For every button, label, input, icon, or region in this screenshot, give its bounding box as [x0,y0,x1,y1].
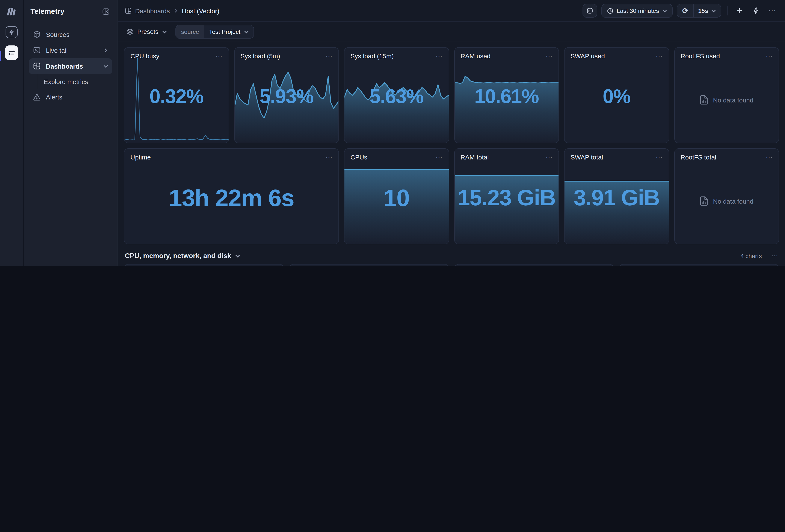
panel-menu-button[interactable]: ⋯ [216,54,222,58]
breadcrumb-dashboards-link[interactable]: Dashboards [125,7,170,15]
stat-card-swap-total: SWAP total⋯ 3.91 GiB [564,148,669,244]
panel-menu-button[interactable]: ⋯ [326,54,332,58]
clock-icon [607,7,613,14]
stat-title: Root FS used [681,52,720,60]
breadcrumb: Dashboards Host (Vector) [125,7,220,15]
stat-title: SWAP total [571,154,603,161]
panel-menu-button[interactable]: ⋯ [656,155,662,159]
toolbar-divider [727,6,728,16]
time-range-dropdown[interactable]: Last 30 minutes [601,4,673,18]
stat-title: Sys load (5m) [240,52,280,60]
chart-panel-network-traffic: Network traffic per second⋯ 0 B50 B100 B… [454,264,614,266]
refresh-button[interactable]: ⟳ [678,4,693,17]
terminal-icon [33,46,41,54]
cube-icon [33,30,41,38]
sidebar-collapse-icon[interactable] [101,7,111,16]
sidebar-item-dashboards[interactable]: Dashboards [29,58,112,74]
sidebar-item-label: Live tail [46,47,68,54]
no-data-state: No data found [675,57,779,143]
dashboard-content: CPU busy⋯ 0.32% Sys load (5m)⋯ 5.93% Sys… [118,42,785,266]
panel-menu-button[interactable]: ⋯ [656,54,662,58]
add-panel-button[interactable]: + [734,4,745,17]
filter-bar: Presets source Test Project [118,22,785,42]
chart-panel-disk-space: Disk space used⋯ No data found [619,264,779,266]
icon-rail: ⌘ NF [0,0,24,266]
source-filter-value[interactable]: Test Project [204,25,254,38]
stat-card-rootfs-total: RootFS total⋯ No data found [674,148,779,244]
section-menu-button[interactable]: ⋯ [771,254,778,258]
stat-card-swap-used: SWAP used⋯ 0% [564,47,669,143]
breadcrumb-separator-icon [174,8,178,13]
events-icon[interactable] [5,26,18,38]
stat-card-cpus: CPUs⋯ 10 [344,148,449,244]
panel-menu-button[interactable]: ⋯ [436,155,442,159]
sidebar-title: Telemetry [30,7,64,16]
stat-title: CPU busy [130,52,159,60]
more-options-button[interactable]: ⋯ [766,4,778,17]
main-area: Dashboards Host (Vector) Last 30 minutes [118,0,785,266]
panel-menu-button[interactable]: ⋯ [546,155,553,159]
sidebar-item-alerts[interactable]: Alerts [29,89,112,105]
chevron-down-icon [711,8,716,13]
sidebar-item-label: Sources [46,31,70,38]
refresh-interval-dropdown[interactable]: 15s [693,4,721,17]
stat-card-ram-total: RAM total⋯ 15.23 GiB [454,148,559,244]
dashboard-grid-icon [33,62,41,70]
sidebar-item-live-tail[interactable]: Live tail [29,43,112,58]
panel-menu-button[interactable]: ⋯ [326,155,332,159]
panel-menu-button[interactable]: ⋯ [766,54,773,58]
stat-value: 3.91 GiB [564,185,668,211]
stat-card-cpu-busy: CPU busy⋯ 0.32% [124,47,229,143]
quick-actions-lightning-button[interactable] [750,4,762,17]
sidebar-item-label: Dashboards [46,62,83,70]
sidebar-item-label: Alerts [46,94,62,101]
source-filter-key: source [176,25,204,38]
stat-title: Uptime [130,154,151,161]
stat-card-ram-used: RAM used⋯ 10.61% [454,47,559,143]
stat-title: SWAP used [571,52,605,60]
section-chart-count: 4 charts [740,252,762,259]
panel-menu-button[interactable]: ⋯ [766,155,773,159]
chevron-down-icon [662,8,667,13]
stat-value: 0.32% [124,85,228,108]
sidebar-item-sources[interactable]: Sources [29,27,112,43]
stat-value: 13h 22m 6s [124,184,338,212]
chevron-right-icon [103,48,108,53]
charts-row-basic: CPU⋯ 0%20%40%60%80%100%12:42:00am12:50:0… [124,264,779,266]
sidebar-item-explore-metrics[interactable]: Explore metrics [39,74,112,89]
document-chart-icon [700,196,708,206]
stat-value: 10.61% [455,85,558,108]
stat-value: 10 [345,184,449,212]
app-window: ⌘ NF Telemetry Sources Live [0,0,785,266]
alert-triangle-icon [33,93,41,101]
stat-value: 15.23 GiB [455,185,558,211]
refresh-group: ⟳ 15s [677,4,721,18]
stat-card-sys-load-15m: Sys load (15m)⋯ 5.63% [344,47,449,143]
chevron-down-icon [244,29,249,34]
presets-dropdown[interactable]: Presets [125,28,169,35]
panel-menu-button[interactable]: ⋯ [436,54,442,58]
stat-title: Sys load (15m) [351,52,394,60]
section-title[interactable]: CPU, memory, network, and disk [125,252,231,260]
telemetry-active-icon[interactable] [5,46,18,59]
stat-card-sys-load-5m: Sys load (5m)⋯ 5.93% [234,47,339,143]
stat-title: RootFS total [681,154,716,161]
kiosk-panel-button[interactable] [582,4,597,18]
layers-icon [127,28,133,35]
source-filter[interactable]: source Test Project [175,25,254,38]
active-rail-indicator [0,51,1,61]
topbar: Dashboards Host (Vector) Last 30 minutes [118,0,785,22]
stat-value: 0% [564,85,668,108]
no-data-label: No data found [713,197,754,205]
stats-row-1: CPU busy⋯ 0.32% Sys load (5m)⋯ 5.93% Sys… [124,47,779,143]
stats-row-2: Uptime⋯ 13h 22m 6s CPUs⋯ 10 RAM total⋯ 1… [124,148,779,244]
document-chart-icon [700,95,708,105]
chevron-down-icon[interactable] [235,254,240,259]
panel-menu-button[interactable]: ⋯ [546,54,553,58]
chevron-down-icon [103,64,108,69]
app-logo-icon[interactable] [5,5,18,18]
chart-panel-memory: Memory⋯ 0 GiB2.79 GiB5.59 GiB8.38 GiB11.… [289,264,449,266]
no-data-state: No data found [675,158,779,244]
section-header-basic: CPU, memory, network, and disk 4 charts … [125,252,778,260]
stat-card-root-fs-used: Root FS used⋯ No data found [674,47,779,143]
